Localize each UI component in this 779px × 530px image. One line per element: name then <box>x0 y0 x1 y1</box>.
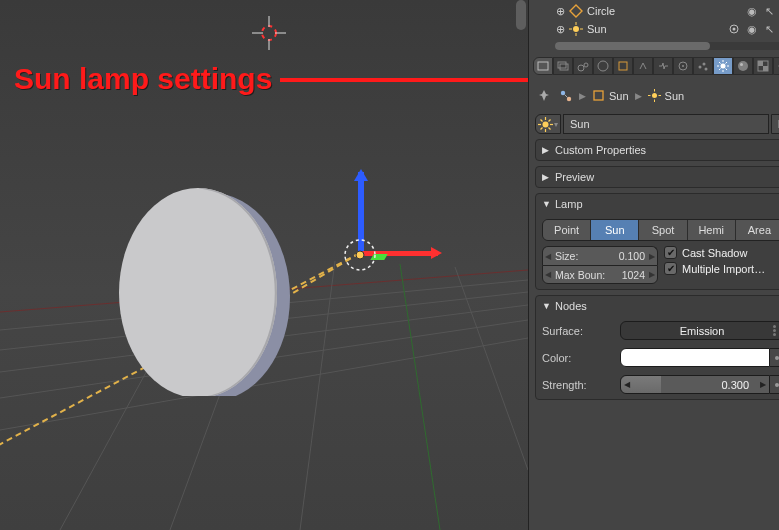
node-socket-button[interactable] <box>770 375 779 394</box>
breadcrumb-object[interactable]: Sun <box>592 89 629 102</box>
expand-icon[interactable]: ⊕ <box>555 23 565 36</box>
svg-line-45 <box>719 62 721 64</box>
sun-lamp-object[interactable] <box>343 238 377 272</box>
rna-icon[interactable] <box>558 88 573 103</box>
outliner-row-sun[interactable]: ⊕ Sun ◉ ↖ ▣ <box>555 20 779 38</box>
svg-point-38 <box>703 63 706 66</box>
lamp-size-field[interactable]: ◀ Size: 0.100 ▶ <box>542 246 658 265</box>
breadcrumb-data-label: Sun <box>665 90 685 102</box>
panel-header[interactable]: ▼ Lamp ⠿ <box>536 194 779 214</box>
viewport-scrollbar[interactable] <box>516 0 526 30</box>
tab-object-data-lamp[interactable] <box>713 57 733 75</box>
chevron-right-icon[interactable]: ▶ <box>757 380 769 389</box>
panel-header[interactable]: ▶ Custom Properties ⠿ <box>536 140 779 160</box>
svg-point-27 <box>733 28 736 31</box>
tab-world[interactable] <box>593 57 613 75</box>
chevron-left-icon[interactable]: ◀ <box>545 270 551 279</box>
datablock-type-icon[interactable]: ▾ <box>535 114 561 134</box>
visibility-eye-icon[interactable]: ◉ <box>745 22 759 36</box>
lamp-maxbounces-field[interactable]: ◀ Max Boun: 1024 ▶ <box>542 265 658 284</box>
panel-title: Nodes <box>555 300 587 312</box>
outliner-row-circle[interactable]: ⊕ Circle ◉ ↖ ▣ <box>555 2 779 20</box>
svg-rect-30 <box>560 64 568 70</box>
panel-lamp: ▼ Lamp ⠿ Point Sun Spot Hemi Area ◀ Size… <box>535 193 779 290</box>
viewport-3d[interactable]: Sun lamp settings <box>0 0 528 530</box>
svg-rect-53 <box>763 66 768 71</box>
panel-title: Custom Properties <box>555 144 646 156</box>
selectable-cursor-icon[interactable]: ↖ <box>762 22 776 36</box>
panel-title: Lamp <box>555 198 583 210</box>
panel-header[interactable]: ▼ Nodes ⠿ <box>536 296 779 316</box>
strength-value: 0.300 <box>721 379 757 391</box>
mesh-disc-object[interactable] <box>100 186 300 396</box>
chevron-left-icon[interactable]: ◀ <box>545 252 551 261</box>
outliner-item-label: Sun <box>587 23 717 35</box>
svg-point-50 <box>740 63 743 66</box>
svg-point-31 <box>578 65 584 71</box>
surface-dropdown[interactable]: Emission <box>620 321 779 340</box>
visibility-eye-icon[interactable]: ◉ <box>745 4 759 18</box>
tab-render-layers[interactable] <box>553 57 573 75</box>
tab-texture[interactable] <box>753 57 773 75</box>
svg-line-46 <box>726 69 728 71</box>
chevron-right-icon[interactable]: ▶ <box>649 270 655 279</box>
cast-shadow-checkbox[interactable]: ✔ Cast Shadow <box>664 246 779 259</box>
svg-point-64 <box>543 121 549 127</box>
selectable-cursor-icon[interactable]: ↖ <box>762 4 776 18</box>
svg-line-47 <box>719 69 721 71</box>
field-value: 1024 <box>622 269 645 281</box>
lamp-data-icon <box>727 22 741 36</box>
svg-line-57 <box>564 94 567 97</box>
field-value: 0.100 <box>619 250 645 262</box>
expand-icon[interactable]: ⊕ <box>555 5 565 18</box>
lamp-type-point[interactable]: Point <box>543 220 591 240</box>
checkbox-label: Cast Shadow <box>682 247 747 259</box>
lamp-type-spot[interactable]: Spot <box>639 220 687 240</box>
panel-header[interactable]: ▶ Preview ⠿ <box>536 167 779 187</box>
field-label: Max Boun: <box>555 269 618 281</box>
tab-unknown[interactable] <box>773 57 779 75</box>
svg-point-32 <box>584 63 588 67</box>
panel-preview: ▶ Preview ⠿ <box>535 166 779 188</box>
svg-line-10 <box>455 267 528 470</box>
tab-constraints[interactable] <box>633 57 653 75</box>
svg-point-14 <box>356 251 364 259</box>
chevron-right-icon[interactable]: ▶ <box>649 252 655 261</box>
pin-icon[interactable] <box>537 88 552 103</box>
panel-title: Preview <box>555 171 594 183</box>
tab-particles[interactable] <box>693 57 713 75</box>
lamp-type-selector: Point Sun Spot Hemi Area <box>542 219 779 241</box>
strength-slider[interactable]: ◀ 0.300 ▶ <box>620 375 770 394</box>
tab-material[interactable] <box>733 57 753 75</box>
tab-physics[interactable] <box>673 57 693 75</box>
svg-point-33 <box>598 61 608 71</box>
multiple-importance-checkbox[interactable]: ✔ Multiple Import… <box>664 262 779 275</box>
svg-line-48 <box>726 62 728 64</box>
outliner-scrollbar[interactable] <box>555 42 779 50</box>
chevron-right-icon: ▶ <box>635 91 642 101</box>
tab-scene[interactable] <box>573 57 593 75</box>
fake-user-button[interactable]: F <box>771 114 779 134</box>
svg-point-36 <box>682 65 684 67</box>
chevron-right-icon: ▶ <box>542 172 551 182</box>
field-label: Size: <box>555 250 615 262</box>
svg-point-59 <box>652 93 657 98</box>
color-swatch[interactable] <box>620 348 770 367</box>
breadcrumb-data[interactable]: Sun <box>648 89 685 102</box>
tab-object[interactable] <box>613 57 633 75</box>
lamp-type-area[interactable]: Area <box>736 220 779 240</box>
svg-point-40 <box>721 64 726 69</box>
tab-modifiers[interactable] <box>653 57 673 75</box>
color-label: Color: <box>542 352 620 364</box>
chevron-right-icon: ▶ <box>579 91 586 101</box>
tab-render[interactable] <box>533 57 553 75</box>
svg-point-21 <box>573 26 579 32</box>
outliner[interactable]: ⊕ Circle ◉ ↖ ▣ ⊕ Sun ◉ ↖ ▣ <box>529 0 779 54</box>
datablock-name-input[interactable] <box>563 114 769 134</box>
lamp-type-hemi[interactable]: Hemi <box>688 220 736 240</box>
svg-line-69 <box>541 119 543 121</box>
lamp-type-sun[interactable]: Sun <box>591 220 639 240</box>
breadcrumb-object-label: Sun <box>609 90 629 102</box>
chevron-left-icon[interactable]: ◀ <box>621 380 633 389</box>
node-socket-button[interactable] <box>770 348 779 367</box>
